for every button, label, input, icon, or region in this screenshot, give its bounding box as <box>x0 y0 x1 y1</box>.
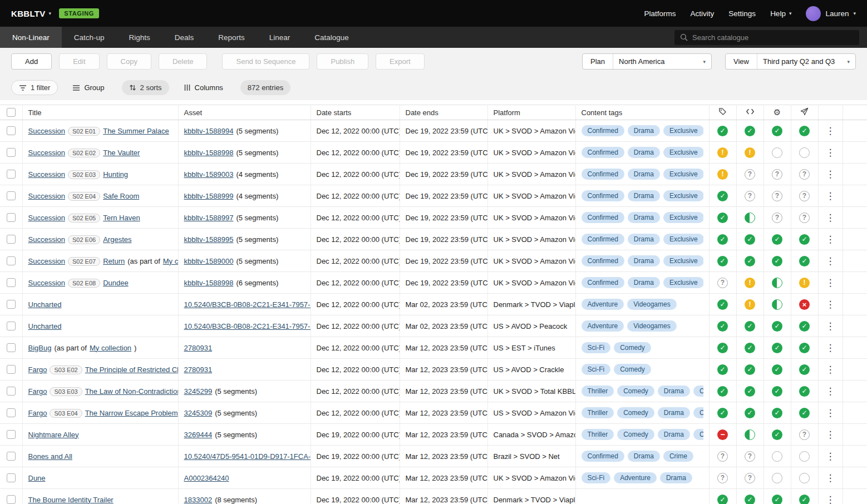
asset-link[interactable]: 10.5240/B3CB-0B08-2C21-E341-7957-… <box>184 322 311 330</box>
plan-button[interactable]: Plan <box>583 54 613 69</box>
row-menu-button[interactable]: ⋮ <box>821 189 840 204</box>
row-menu-button[interactable]: ⋮ <box>821 492 840 504</box>
row-menu-button[interactable]: ⋮ <box>821 362 840 377</box>
asset-link[interactable]: 3245299 <box>184 387 213 396</box>
title-link[interactable]: Dune <box>28 474 46 482</box>
add-button[interactable]: Add <box>11 53 52 70</box>
row-checkbox[interactable] <box>7 452 16 461</box>
title-link[interactable]: My colle… <box>163 257 178 265</box>
title-link[interactable]: Fargo <box>28 387 47 396</box>
asset-link[interactable]: kbbltv-1588995 <box>184 235 234 244</box>
row-checkbox[interactable] <box>7 430 16 439</box>
row-checkbox[interactable] <box>7 170 16 179</box>
search-input[interactable] <box>692 33 854 42</box>
title-link[interactable]: Dundee <box>103 279 129 287</box>
row-menu-button[interactable]: ⋮ <box>821 145 840 160</box>
row-menu-button[interactable]: ⋮ <box>821 123 840 139</box>
column-header-date-ends[interactable]: Date ends <box>400 105 487 120</box>
tab-catalogue[interactable]: Catalogue <box>302 27 361 48</box>
column-header-title[interactable]: Title <box>22 105 178 120</box>
asset-link[interactable]: 10.5240/47D5-9541-01D9-D917-1FCA-… <box>184 452 311 461</box>
asset-link[interactable]: kbbltv-1589003 <box>184 170 234 179</box>
search-box[interactable] <box>674 30 859 45</box>
title-link[interactable]: The Law of Non-Contradiction <box>85 387 178 396</box>
row-menu-button[interactable]: ⋮ <box>821 275 840 290</box>
title-link[interactable]: Uncharted <box>28 322 62 330</box>
column-header-settings[interactable]: ⚙ <box>763 105 791 120</box>
tab-linear[interactable]: Linear <box>257 27 303 48</box>
select-all-checkbox[interactable] <box>7 108 16 117</box>
column-header-platform[interactable]: Platform <box>487 105 575 120</box>
asset-link[interactable]: 2780931 <box>184 344 213 352</box>
title-link[interactable]: Succession <box>28 279 65 287</box>
asset-link[interactable]: kbbltv-1588994 <box>184 127 234 135</box>
title-link[interactable]: Nightmare Alley <box>28 431 79 439</box>
title-link[interactable]: Succession <box>28 235 65 244</box>
tab-rights[interactable]: Rights <box>117 27 162 48</box>
view-select[interactable]: Third party Q2 and Q3 ▾ <box>757 54 855 69</box>
title-link[interactable]: BigBug <box>28 344 52 352</box>
row-checkbox[interactable] <box>7 408 16 417</box>
title-link[interactable]: Return <box>103 257 125 265</box>
row-menu-button[interactable]: ⋮ <box>821 319 840 334</box>
row-checkbox[interactable] <box>7 148 16 157</box>
row-checkbox[interactable] <box>7 235 16 244</box>
asset-link[interactable]: A0002364240 <box>184 474 229 482</box>
title-link[interactable]: Succession <box>28 127 65 135</box>
column-header-publish[interactable] <box>791 105 818 120</box>
asset-link[interactable]: 10.5240/B3CB-0B08-2C21-E341-7957-… <box>184 300 311 309</box>
view-button[interactable]: View <box>726 54 757 69</box>
title-link[interactable]: Succession <box>28 170 65 179</box>
send-to-sequence-button[interactable]: Send to Sequence <box>222 53 309 70</box>
title-link[interactable]: Argestes <box>103 235 131 244</box>
sorts-chip[interactable]: 2 sorts <box>122 80 169 95</box>
row-menu-button[interactable]: ⋮ <box>821 210 840 225</box>
title-link[interactable]: Bones and All <box>28 452 73 461</box>
title-link[interactable]: Fargo <box>28 365 47 374</box>
row-checkbox[interactable] <box>7 495 16 504</box>
asset-link[interactable]: 3245309 <box>184 409 213 417</box>
title-link[interactable]: The Vaulter <box>103 149 140 157</box>
brand-menu[interactable]: KBBLTV ▾ <box>11 9 51 18</box>
columns-button[interactable]: Columns <box>184 80 223 95</box>
title-link[interactable]: Hunting <box>103 170 128 179</box>
row-checkbox[interactable] <box>7 256 16 265</box>
row-menu-button[interactable]: ⋮ <box>821 254 840 269</box>
filter-chip[interactable]: 1 filter <box>11 80 58 95</box>
topbar-link-activity[interactable]: Activity <box>691 9 715 18</box>
title-link[interactable]: The Narrow Escape Problem <box>85 409 178 417</box>
title-link[interactable]: My collection <box>90 344 131 352</box>
title-link[interactable]: Succession <box>28 149 65 157</box>
topbar-link-help[interactable]: Help▾ <box>770 9 791 18</box>
edit-button[interactable]: Edit <box>59 53 99 70</box>
row-checkbox[interactable] <box>7 278 16 287</box>
row-menu-button[interactable]: ⋮ <box>821 406 840 421</box>
title-link[interactable]: Safe Room <box>103 192 139 200</box>
asset-link[interactable]: 2780931 <box>184 365 213 374</box>
row-checkbox[interactable] <box>7 191 16 200</box>
row-checkbox[interactable] <box>7 387 16 396</box>
asset-link[interactable]: kbbltv-1589000 <box>184 257 234 265</box>
column-header-content-tags[interactable]: Content tags <box>575 105 709 120</box>
publish-button[interactable]: Publish <box>317 53 368 70</box>
tab-reports[interactable]: Reports <box>206 27 257 48</box>
title-link[interactable]: Succession <box>28 214 65 222</box>
title-link[interactable]: Succession <box>28 192 65 200</box>
row-menu-button[interactable]: ⋮ <box>821 427 840 442</box>
tab-deals[interactable]: Deals <box>162 27 206 48</box>
row-checkbox[interactable] <box>7 322 16 330</box>
title-link[interactable]: The Principle of Restricted Choi… <box>85 365 178 374</box>
row-checkbox[interactable] <box>7 126 16 135</box>
title-link[interactable]: The Bourne Identity Trailer <box>28 496 114 504</box>
asset-link[interactable]: 3269444 <box>184 431 213 439</box>
title-link[interactable]: Fargo <box>28 409 47 417</box>
title-link[interactable]: Tern Haven <box>103 214 140 222</box>
title-link[interactable]: Succession <box>28 257 65 265</box>
asset-link[interactable]: kbbltv-1588998 <box>184 149 234 157</box>
row-menu-button[interactable]: ⋮ <box>821 449 840 464</box>
topbar-link-settings[interactable]: Settings <box>728 9 756 18</box>
topbar-link-platforms[interactable]: Platforms <box>644 9 676 18</box>
row-checkbox[interactable] <box>7 343 16 352</box>
tab-non-linear[interactable]: Non-Linear <box>0 27 62 48</box>
asset-link[interactable]: kbbltv-1588998 <box>184 279 234 287</box>
